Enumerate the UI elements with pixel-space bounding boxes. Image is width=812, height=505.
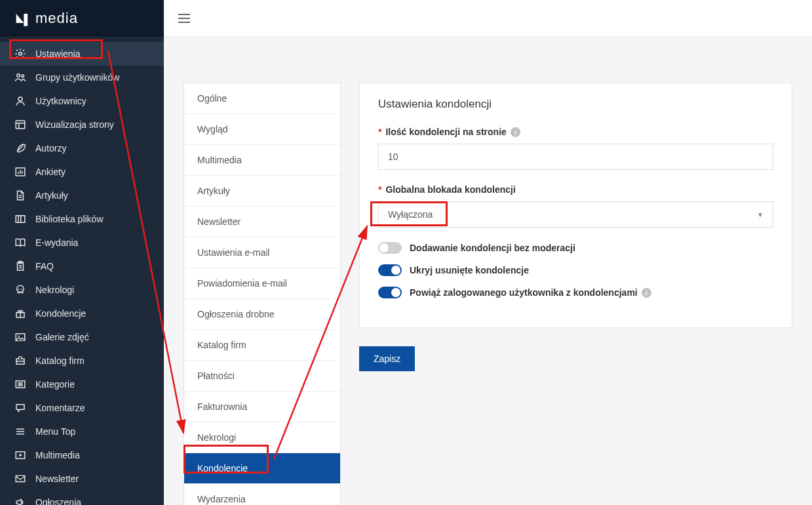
count-label: Ilość kondolencji na stronie [385,127,506,137]
sidebar-item-label: Kategorie [35,379,75,390]
sidebar-item-faq[interactable]: FAQ [0,254,164,278]
chart-icon [13,166,28,178]
tab-kondolencje[interactable]: Kondolencje [184,453,340,484]
mail-icon [13,473,28,485]
tab-artyku-y[interactable]: Artykuły [184,176,340,207]
sidebar-item-artyku-y[interactable]: Artykuły [0,184,164,207]
sidebar-item-label: Nekrologi [35,285,74,295]
sidebar-item-biblioteka-plik-w[interactable]: Biblioteka plików [0,207,164,231]
sidebar-item-grupy-u-ytkownik-w[interactable]: Grupy użytkowników [0,66,164,89]
count-input[interactable] [378,144,773,170]
book-icon [13,237,28,249]
sidebar-item-label: Katalog firm [35,355,85,366]
save-button[interactable]: Zapisz [359,346,415,371]
content: OgólneWyglądMultimediaArtykułyNewsletter… [164,37,812,505]
sidebar: media UstawieniaGrupy użytkownikówUżytko… [0,0,164,505]
gear-icon [13,48,28,60]
field-count: * Ilość kondolencji na stronie i [378,127,773,170]
tab-multimedia[interactable]: Multimedia [184,145,340,176]
comment-icon [13,402,28,414]
layout-icon [13,119,28,131]
menu-icon [13,426,28,437]
library-icon [13,213,28,225]
required-marker: * [378,184,381,195]
sidebar-item-newsletter[interactable]: Newsletter [0,467,164,491]
tab-wygl-d[interactable]: Wygląd [184,114,340,145]
sidebar-item-galerie-zdj-[interactable]: Galerie zdjęć [0,325,164,349]
brand-logo: media [0,0,164,37]
block-select-value: Wyłączona [388,209,433,220]
required-marker: * [378,127,381,137]
sidebar-item-label: Multimedia [35,450,80,460]
toggle-moderation-switch[interactable] [378,242,402,254]
sidebar-item-u-ytkownicy[interactable]: Użytkownicy [0,89,164,113]
megaphone-icon [13,496,28,505]
sidebar-item-ankiety[interactable]: Ankiety [0,160,164,184]
sidebar-item-kategorie[interactable]: Kategorie [0,373,164,396]
users-icon [13,71,28,83]
tab-ustawienia-e-mail[interactable]: Ustawienia e-mail [184,237,340,268]
tab-katalog-firm[interactable]: Katalog firm [184,330,340,361]
tab-nekrologi[interactable]: Nekrologi [184,422,340,453]
sidebar-item-label: Galerie zdjęć [35,332,89,342]
toggle-hide-deleted: Ukryj usunięte kondolencje [378,264,773,276]
tab-fakturownia[interactable]: Fakturownia [184,392,340,422]
sidebar-item-label: FAQ [35,261,54,272]
toggle-link-user-label: Powiąż zalogowanego użytkownika z kondol… [410,287,638,298]
sidebar-item-label: Grupy użytkowników [35,72,119,83]
sidebar-item-label: Wizualizacja strony [35,119,114,130]
list-icon [13,378,28,390]
sidebar-item-e-wydania[interactable]: E-wydania [0,231,164,254]
brand-text: media [35,10,78,27]
user-icon [13,95,28,107]
toggle-hide-deleted-switch[interactable] [378,264,402,276]
file-icon [13,190,28,201]
tab-wydarzenia[interactable]: Wydarzenia [184,484,340,505]
svg-rect-4 [16,121,25,129]
tab-og-oszenia-drobne[interactable]: Ogłoszenia drobne [184,299,340,330]
image-icon [13,331,28,343]
sidebar-item-label: Ustawienia [35,49,80,59]
tab-powiadomienia-e-mail[interactable]: Powiadomienia e-mail [184,268,340,299]
sidebar-item-label: Autorzy [35,143,66,153]
sidebar-item-label: Ankiety [35,167,66,177]
field-block: * Globalna blokada kondolencji Wyłączona… [378,184,773,228]
block-select[interactable]: Wyłączona ▼ [378,201,773,228]
sidebar-item-nekrologi[interactable]: Nekrologi [0,278,164,302]
sidebar-item-label: Ogłoszenia [35,497,81,505]
sidebar-item-wizualizacja-strony[interactable]: Wizualizacja strony [0,113,164,136]
info-icon[interactable]: i [642,288,651,298]
sidebar-item-label: Biblioteka plików [35,214,104,224]
svg-point-10 [21,289,22,290]
toggle-moderation: Dodawanie kondolencji bez moderacji [378,242,773,254]
sidebar-item-label: E-wydania [35,237,78,248]
svg-point-9 [18,289,20,290]
sidebar-item-komentarze[interactable]: Komentarze [0,396,164,420]
sidebar-item-label: Artykuły [35,190,68,201]
toggle-link-user: Powiąż zalogowanego użytkownika z kondol… [378,287,773,298]
sidebar-item-autorzy[interactable]: Autorzy [0,136,164,160]
tab-p-atno-ci[interactable]: Płatności [184,361,340,392]
toggle-hide-deleted-label: Ukryj usunięte kondolencje [410,265,529,275]
sidebar-item-label: Newsletter [35,474,79,484]
card-title: Ustawienia kondolencji [378,98,773,111]
info-icon[interactable]: i [511,127,520,137]
sidebar-item-katalog-firm[interactable]: Katalog firm [0,349,164,373]
toggle-link-user-switch[interactable] [378,287,402,298]
toggle-moderation-label: Dodawanie kondolencji bez moderacji [410,243,575,253]
brand-mark-icon [13,9,31,28]
tab-og-lne[interactable]: Ogólne [184,83,340,114]
sidebar-item-og-oszenia[interactable]: Ogłoszenia [0,491,164,505]
tab-newsletter[interactable]: Newsletter [184,207,340,237]
menu-toggle-icon[interactable] [178,14,190,23]
sidebar-item-kondolencje[interactable]: Kondolencje [0,302,164,325]
play-icon [13,449,28,461]
sidebar-item-ustawienia[interactable]: Ustawienia [0,42,164,66]
settings-card: Ustawienia kondolencji * Ilość kondolenc… [359,83,792,328]
sidebar-item-menu-top[interactable]: Menu Top [0,420,164,443]
settings-tabs: OgólneWyglądMultimediaArtykułyNewsletter… [184,83,341,505]
chevron-down-icon: ▼ [757,211,764,218]
sidebar-item-multimedia[interactable]: Multimedia [0,443,164,467]
gift-icon [13,308,28,319]
block-label: Globalna blokada kondolencji [385,184,515,195]
